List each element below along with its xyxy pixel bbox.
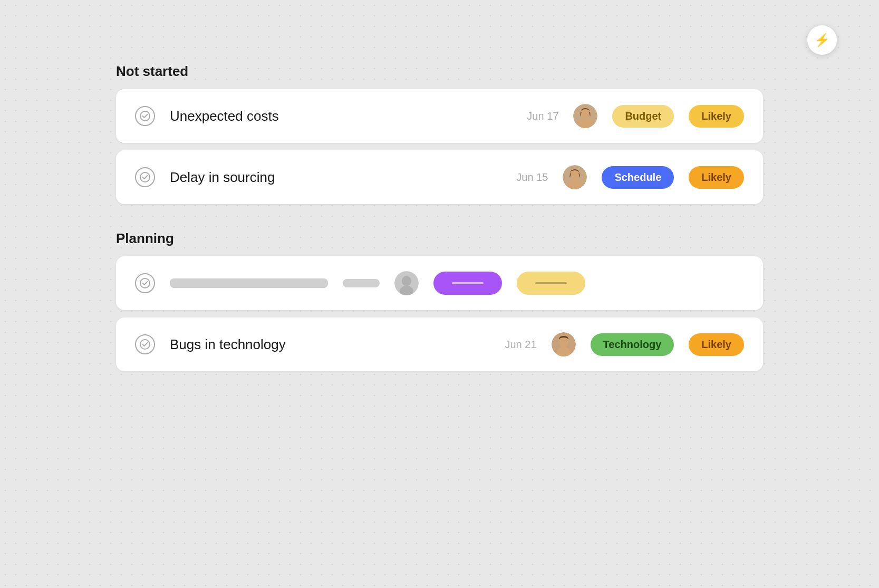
svg-point-14 [559,337,568,348]
section-not-started: Not started Unexpected costsJun 17 Budge… [116,63,763,204]
task-title: Unexpected costs [170,108,512,124]
check-icon[interactable] [135,167,155,187]
redacted-title [170,278,328,288]
task-title: Bugs in technology [170,336,490,353]
task-card-unexpected-costs[interactable]: Unexpected costsJun 17 BudgetLikely [116,89,763,143]
svg-point-0 [140,111,150,121]
task-date: Jun 15 [516,171,548,184]
task-card-delay-in-sourcing[interactable]: Delay in sourcingJun 15 ScheduleLikely [116,150,763,204]
redacted-tag-1 [433,272,502,295]
tag-technology[interactable]: Technology [591,333,674,356]
avatar [573,104,597,128]
task-date: Jun 17 [527,110,558,122]
svg-point-8 [140,278,150,288]
task-card-bugs-in-technology[interactable]: Bugs in technologyJun 21 TechnologyLikel… [116,317,763,371]
svg-point-12 [140,340,150,349]
avatar [563,165,587,189]
task-title: Delay in sourcing [170,169,501,186]
section-title: Not started [116,63,763,80]
section-title: Planning [116,230,763,247]
tag-likely[interactable]: Likely [689,333,744,356]
check-icon[interactable] [135,334,155,354]
lightning-icon: ⚡ [814,33,830,47]
check-icon[interactable] [135,273,155,293]
tag-schedule[interactable]: Schedule [602,166,674,189]
redacted-tag-2 [517,272,585,295]
check-icon[interactable] [135,106,155,126]
task-date: Jun 21 [505,339,536,351]
svg-point-4 [140,172,150,182]
tag-budget[interactable]: Budget [612,105,674,128]
redacted-date [343,279,380,287]
avatar [552,332,576,356]
tag-likely[interactable]: Likely [689,166,744,189]
section-planning: Planning Bugs in technologyJun 21 Techno… [116,230,763,371]
tag-likely[interactable]: Likely [689,105,744,128]
svg-point-10 [402,276,411,286]
avatar [394,271,419,295]
task-card-blurred-item[interactable] [116,256,763,310]
flash-button[interactable]: ⚡ [807,25,837,55]
